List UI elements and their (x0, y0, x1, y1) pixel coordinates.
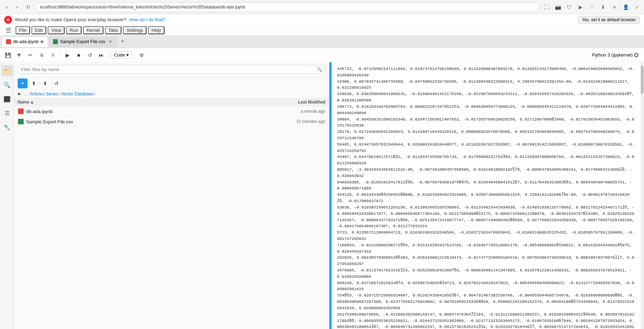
file-item-notebook[interactable]: db-ada.ipynb a minute ago (14, 106, 329, 117)
browser-icons: ⛶ 📷 🛡 ▶ ♡ ⬇ ≡ 👤 ⤢ (542, 3, 641, 11)
cell-type-label: Code (114, 52, 125, 58)
vertical-scrollbar[interactable] (640, 62, 644, 329)
screen-share-icon[interactable]: ⛶ (542, 3, 551, 11)
play-icon[interactable]: ▶ (576, 3, 585, 11)
search-input[interactable] (21, 67, 315, 72)
file-time-notebook: a minute ago (273, 109, 326, 114)
tab-csv[interactable]: Sample Export File.csv ✕ (49, 36, 117, 47)
csv-file-icon (18, 118, 24, 125)
settings-gear-icon[interactable]: ⚙ (137, 50, 147, 60)
notebook-file-icon (18, 108, 24, 114)
account-icon[interactable]: 👤 (621, 3, 630, 11)
chevron-down-icon: ▾ (126, 52, 129, 58)
sidebar-property-icon[interactable]: 🔧 (1, 122, 13, 133)
toolbar-divider-1 (60, 52, 60, 59)
file-browser-panel: 🔍 + ⬆ ⬇ ↺ ■ / … / Articles Series / Vect… (14, 62, 329, 329)
path-bar: ■ / … / Articles Series / Vector Databas… (14, 90, 329, 98)
camera-icon[interactable]: 📷 (554, 3, 562, 11)
refresh-files-button[interactable]: ↺ (52, 78, 61, 88)
opera-logo: O (4, 16, 12, 24)
promo-text: Would you like to make Opera your everyd… (15, 17, 126, 22)
sidebar-commands-icon[interactable]: ☰ (1, 107, 13, 119)
tab-notebook-label: db-ada.ipynb (13, 39, 38, 44)
path-sep-2: / (28, 92, 29, 96)
menu-help[interactable]: Help (148, 26, 165, 34)
sidebar-toggle[interactable]: ☰ (3, 25, 14, 36)
notebook-toolbar: 💾 + ✂ ⧉ ⎘ ▶ ■ ↺ ⏭ Code ▾ ⚙ Python 3 (ipy… (0, 48, 644, 62)
path-ellipsis[interactable]: … (23, 92, 28, 96)
path-sep-3: / (59, 92, 60, 96)
back-button[interactable]: ‹ (3, 3, 11, 11)
sidebar-files-icon[interactable]: 📁 (1, 65, 13, 76)
heart-icon[interactable]: ♡ (588, 3, 596, 11)
file-list-header: Name ▲ Last Modified (14, 98, 329, 106)
run-button[interactable]: ▶ (62, 50, 72, 60)
menu-bar: ☰ File Edit View Run Kernel Tabs Setting… (0, 25, 644, 35)
cut-button[interactable]: ✂ (25, 50, 35, 60)
upload-button[interactable]: ⬆ (29, 78, 39, 88)
path-articles[interactable]: Articles Series (30, 92, 58, 96)
sidebar-icons: 📁 🔍 ⬛ ☰ 🔧 (0, 62, 14, 329)
kernel-status-indicator (634, 53, 638, 57)
add-cell-button[interactable]: + (14, 50, 24, 60)
file-name-csv: Sample Export File.csv (26, 119, 273, 124)
menu-view[interactable]: View (48, 26, 65, 34)
menu-edit[interactable]: Edit (31, 26, 46, 34)
menu-settings[interactable]: Settings (123, 26, 147, 34)
menu-file[interactable]: File (16, 26, 30, 34)
forward-button[interactable]: › (13, 3, 21, 11)
tab-csv-label: Sample Export File.csv (60, 39, 105, 44)
notebook-area: 445722, -0.07120592147111893, 0.01073761… (329, 62, 644, 329)
path-home-icon[interactable]: ■ (18, 92, 20, 96)
kernel-name-label: Python 3 (ipykernel) (592, 52, 633, 58)
save-button[interactable]: 💾 (3, 50, 13, 60)
stop-button[interactable]: ■ (74, 50, 84, 60)
file-item-csv[interactable]: Sample Export File.csv 22 minutes ago (14, 117, 329, 127)
sort-arrow-icon: ▲ (30, 100, 34, 105)
refresh-button[interactable]: ↻ (24, 3, 32, 11)
extend-icon[interactable]: ⤢ (633, 3, 641, 11)
scrollbar-thumb[interactable] (641, 66, 644, 94)
csv-tab-icon (53, 39, 58, 44)
restart-button[interactable]: ↺ (85, 50, 95, 60)
search-container: 🔍 (14, 62, 329, 77)
toolbar-divider-3 (134, 52, 135, 59)
kernel-selector[interactable]: Python 3 (ipykernel) (589, 51, 641, 59)
new-tab-button[interactable]: + (118, 37, 127, 46)
menu-run[interactable]: Run (66, 26, 82, 34)
shield-icon[interactable]: 🛡 (565, 3, 573, 11)
path-vector-db[interactable]: Vector Database (61, 92, 93, 96)
file-time-csv: 22 minutes ago (273, 119, 326, 124)
download-button[interactable]: ⬇ (40, 78, 50, 88)
sidebar-running-icon[interactable]: ⬛ (1, 93, 13, 105)
menu-icon[interactable]: ≡ (610, 3, 619, 11)
sidebar-search-icon[interactable]: 🔍 (1, 79, 13, 90)
new-file-button[interactable]: + (18, 78, 28, 88)
notebook-icon-shape (18, 108, 24, 114)
promo-link[interactable]: How do I do that? (129, 17, 165, 22)
download-icon[interactable]: ⬇ (599, 3, 607, 11)
path-sep-4: / (94, 92, 95, 96)
tab-modified-indicator (41, 40, 43, 43)
tab-notebook[interactable]: db-ada.ipynb (1, 36, 48, 47)
notebook-output[interactable]: 445722, -0.07120592147111893, 0.01073761… (332, 62, 641, 329)
fast-forward-button[interactable]: ⏭ (96, 50, 106, 60)
col-modified-header[interactable]: Last Modified (273, 100, 326, 105)
promo-button[interactable]: Yes, set it as default browser (578, 16, 640, 24)
tab-bar: db-ada.ipynb Sample Export File.csv ✕ + (0, 35, 644, 48)
cell-type-dropdown[interactable]: Code ▾ (111, 51, 132, 59)
csv-icon-shape (18, 119, 24, 124)
nav-arrows: ‹ › (3, 3, 21, 11)
notebook-tab-icon (6, 39, 11, 44)
file-name-notebook: db-ada.ipynb (26, 109, 273, 114)
paste-button[interactable]: ⎘ (48, 50, 58, 60)
menu-tabs[interactable]: Tabs (105, 26, 121, 34)
menu-kernel[interactable]: Kernel (83, 26, 103, 34)
tab-close-button[interactable]: ✕ (107, 39, 113, 45)
address-bar[interactable] (35, 2, 539, 12)
col-name-header[interactable]: Name ▲ (18, 100, 273, 105)
toolbar-divider-2 (108, 52, 109, 59)
path-sep-1: / (21, 92, 22, 96)
copy-button[interactable]: ⧉ (37, 50, 47, 60)
promo-bar: O Would you like to make Opera your ever… (0, 14, 644, 25)
